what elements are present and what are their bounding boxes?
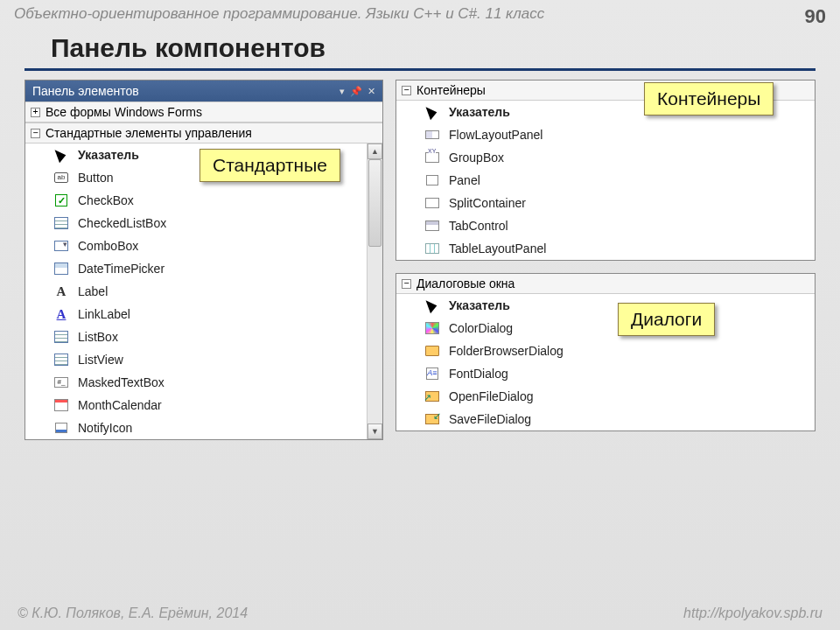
toolbox-item-label: OpenFileDialog: [449, 389, 534, 403]
grid-icon: [53, 261, 69, 276]
color-icon: [424, 320, 440, 336]
toolbox-item-label: Panel: [449, 173, 480, 187]
group-icon: [424, 150, 440, 165]
cursor-icon: [53, 147, 69, 163]
category-standard[interactable]: − Стандартные элементы управления: [25, 122, 382, 144]
dropdown-icon[interactable]: ▾: [340, 86, 345, 97]
toolbox-item-label: Указатель: [449, 298, 510, 312]
check-icon: ✓: [53, 192, 69, 208]
category-label: Все формы Windows Forms: [46, 105, 202, 119]
toolbox-item[interactable]: FolderBrowserDialog: [396, 340, 815, 362]
mask-icon: #_: [53, 374, 69, 390]
slide-title: Панель компонентов: [24, 30, 816, 71]
pin-icon[interactable]: 📌: [350, 86, 362, 97]
toolbox-item-label: Указатель: [78, 148, 139, 162]
collapse-icon[interactable]: −: [402, 279, 411, 289]
toolbox-item-label: FontDialog: [449, 367, 508, 381]
toolbox-item[interactable]: A≡FontDialog: [396, 362, 815, 385]
toolbox-item-label: FolderBrowserDialog: [449, 344, 564, 358]
Au-icon: A: [53, 306, 69, 322]
toolbox-item-label: Указатель: [449, 105, 510, 119]
toolbox-title: Панель элементов: [32, 84, 139, 98]
toolbox-item[interactable]: CheckedListBox: [25, 212, 367, 234]
toolbox-item[interactable]: ColorDialog: [396, 317, 815, 340]
toolbox-item-label: MonthCalendar: [78, 398, 162, 412]
toolbox-item-label: GroupBox: [449, 150, 504, 164]
toolbox-item[interactable]: SplitContainer: [396, 192, 815, 214]
toolbox-item[interactable]: ListBox: [25, 326, 367, 348]
toolbox-item-label: DateTimePicker: [78, 262, 164, 276]
page-number: 90: [805, 5, 826, 28]
callout-containers: Контейнеры: [644, 82, 774, 116]
toolbox-item[interactable]: ListView: [25, 348, 367, 371]
toolbox-item[interactable]: ALinkLabel: [25, 303, 367, 326]
split-icon: [424, 195, 440, 211]
panel-icon: [424, 172, 440, 188]
category-label: Контейнеры: [416, 83, 486, 97]
scroll-thumb[interactable]: [368, 159, 382, 247]
combo-icon: [53, 238, 69, 254]
cursor-icon: [424, 104, 440, 120]
category-dialogs[interactable]: − Диалоговые окна: [396, 274, 815, 294]
close-icon[interactable]: ✕: [368, 86, 375, 97]
list-icon: [53, 352, 69, 368]
tab-icon: [424, 218, 440, 234]
list-icon: [53, 329, 69, 345]
toolbox-item[interactable]: MonthCalendar: [25, 394, 367, 416]
footer-url: http://kpolyakov.spb.ru: [683, 606, 822, 621]
open-icon: [424, 388, 440, 404]
category-all-forms[interactable]: + Все формы Windows Forms: [25, 102, 382, 122]
callout-standard: Стандартные: [200, 149, 340, 182]
toolbox-item[interactable]: TableLayoutPanel: [396, 237, 815, 260]
flow-icon: [424, 127, 440, 143]
toolbox-item[interactable]: DateTimePicker: [25, 257, 367, 280]
toolbox-item[interactable]: SaveFileDialog: [396, 408, 815, 430]
list-icon: [53, 215, 69, 231]
toolbox-item[interactable]: Указатель: [396, 294, 815, 317]
toolbox-item[interactable]: ComboBox: [25, 234, 367, 257]
category-label: Диалоговые окна: [416, 276, 514, 290]
toolbox-item-label: TableLayoutPanel: [449, 242, 546, 256]
save-icon: [424, 411, 440, 427]
toolbox-panel: Панель элементов ▾ 📌 ✕ + Все формы Windo…: [24, 80, 383, 440]
toolbox-item[interactable]: ✓CheckBox: [25, 189, 367, 212]
toolbox-item-label: Button: [78, 171, 113, 185]
toolbox-item[interactable]: TabControl: [396, 214, 815, 237]
cal-icon: [53, 397, 69, 413]
cursor-icon: [424, 298, 440, 313]
toolbox-item-label: CheckedListBox: [78, 216, 166, 230]
toolbox-item-label: ListBox: [78, 330, 118, 344]
scroll-down-icon[interactable]: ▼: [368, 424, 382, 439]
toolbox-item-label: FlowLayoutPanel: [449, 128, 542, 142]
collapse-icon[interactable]: −: [31, 129, 40, 138]
vertical-scrollbar[interactable]: ▲ ▼: [367, 144, 382, 439]
toolbox-item-label: NotifyIcon: [78, 421, 132, 435]
toolbox-item[interactable]: FlowLayoutPanel: [396, 123, 815, 146]
copyright: © К.Ю. Поляков, Е.А. Ерёмин, 2014: [18, 606, 248, 621]
toolbox-item-label: ColorDialog: [449, 321, 513, 335]
toolbox-item[interactable]: Panel: [396, 169, 815, 192]
toolbox-item-label: Label: [78, 284, 108, 298]
toolbox-item[interactable]: OpenFileDialog: [396, 385, 815, 408]
toolbox-item-label: TabControl: [449, 219, 508, 233]
tlp-icon: [424, 241, 440, 256]
toolbox-item[interactable]: ALabel: [25, 280, 367, 303]
toolbox-item-label: MaskedTextBox: [78, 375, 164, 389]
toolbox-item-label: SaveFileDialog: [449, 412, 531, 426]
dialogs-panel: − Диалоговые окна УказательColorDialogFo…: [396, 273, 816, 431]
toolbox-item[interactable]: GroupBox: [396, 146, 815, 169]
toolbox-item-label: ListView: [78, 353, 123, 367]
toolbox-titlebar[interactable]: Панель элементов ▾ 📌 ✕: [25, 80, 382, 102]
toolbox-item[interactable]: #_MaskedTextBox: [25, 371, 367, 394]
toolbox-item[interactable]: NotifyIcon: [25, 416, 367, 439]
expand-icon[interactable]: +: [31, 108, 40, 117]
toolbox-item-label: LinkLabel: [78, 307, 130, 321]
folder-icon: [424, 343, 440, 359]
notify-icon: [53, 420, 69, 436]
toolbox-item-label: CheckBox: [78, 193, 134, 207]
callout-dialogs: Диалоги: [618, 303, 715, 336]
collapse-icon[interactable]: −: [402, 86, 411, 95]
font-icon: A≡: [424, 366, 440, 382]
A-icon: A: [53, 284, 69, 299]
scroll-up-icon[interactable]: ▲: [368, 144, 382, 159]
